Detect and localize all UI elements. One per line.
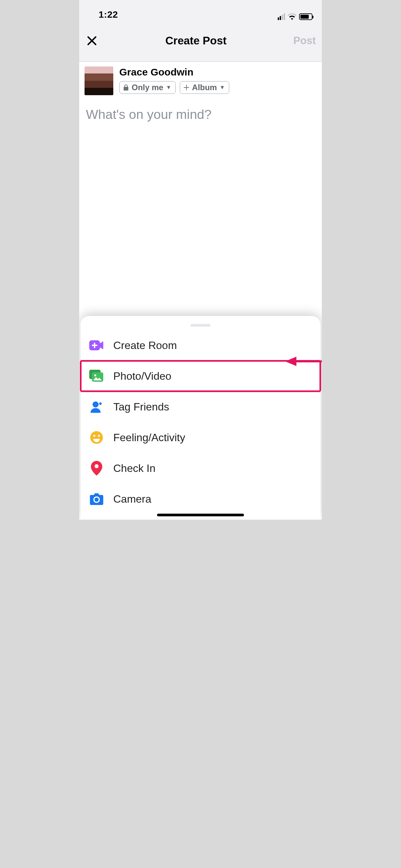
svg-point-3 <box>94 374 96 376</box>
option-feeling-activity[interactable]: Feeling/Activity <box>81 422 320 453</box>
battery-icon <box>299 13 312 20</box>
post-button[interactable]: Post <box>293 35 316 47</box>
post-textarea[interactable]: What's on your mind? <box>79 95 322 134</box>
svg-point-6 <box>93 435 95 437</box>
cellular-icon <box>278 13 285 20</box>
chevron-down-icon: ▼ <box>166 85 171 90</box>
plus-icon <box>183 85 190 91</box>
svg-point-4 <box>92 401 98 407</box>
option-check-in[interactable]: Check In <box>81 453 320 484</box>
camera-icon <box>89 492 104 506</box>
lock-icon <box>123 84 129 91</box>
emoji-icon <box>89 430 104 445</box>
options-sheet[interactable]: Create Room Photo/Video <box>81 316 320 520</box>
home-indicator <box>157 514 244 516</box>
album-selector[interactable]: Album ▼ <box>180 81 230 94</box>
option-photo-video[interactable]: Photo/Video <box>81 361 320 392</box>
privacy-label: Only me <box>132 84 164 92</box>
video-plus-icon <box>89 338 104 353</box>
nav-bar: Create Post Post <box>79 20 322 62</box>
user-name: Grace Goodwin <box>119 66 229 78</box>
close-button[interactable] <box>85 34 98 48</box>
composer: Grace Goodwin Only me ▼ Album <box>79 62 322 520</box>
album-label: Album <box>192 84 217 92</box>
option-label: Feeling/Activity <box>113 432 185 444</box>
status-icons <box>278 13 312 20</box>
option-create-room[interactable]: Create Room <box>81 330 320 361</box>
page-title: Create Post <box>165 34 227 47</box>
privacy-selector[interactable]: Only me ▼ <box>119 81 176 94</box>
option-label: Create Room <box>113 339 177 352</box>
svg-point-7 <box>98 435 100 437</box>
option-tag-friends[interactable]: Tag Friends <box>81 392 320 422</box>
clock-time: 1:22 <box>98 9 118 20</box>
wifi-icon <box>288 13 296 20</box>
option-label: Photo/Video <box>113 370 171 382</box>
chevron-down-icon: ▼ <box>220 85 225 90</box>
drag-handle[interactable] <box>191 324 210 327</box>
photo-icon <box>89 369 104 383</box>
avatar <box>85 66 113 95</box>
phone-frame: 1:22 Create Post Post G <box>79 0 322 520</box>
person-tag-icon <box>89 399 104 414</box>
option-label: Camera <box>113 493 151 505</box>
status-bar: 1:22 <box>79 0 322 20</box>
svg-point-8 <box>94 464 98 468</box>
option-label: Check In <box>113 462 155 474</box>
location-pin-icon <box>89 461 104 475</box>
option-label: Tag Friends <box>113 401 169 413</box>
